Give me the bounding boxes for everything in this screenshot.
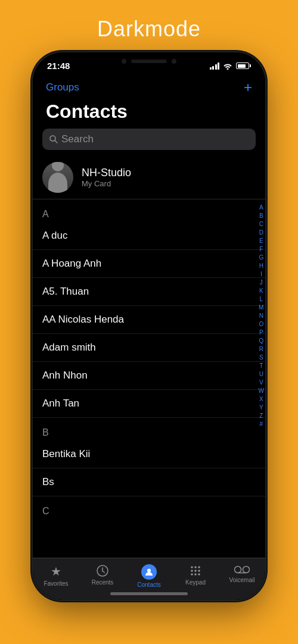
tab-contacts[interactable]: Contacts: [131, 564, 167, 588]
status-time: 21:48: [47, 61, 70, 71]
contact-name: Anh Tan: [42, 398, 79, 409]
svg-line-1: [55, 140, 57, 143]
section-header-c: C: [33, 496, 265, 519]
svg-point-11: [198, 570, 200, 572]
tab-favorites[interactable]: ★ Favorites: [38, 564, 74, 587]
avatar: [42, 162, 73, 193]
svg-point-14: [198, 573, 200, 576]
recents-icon: [96, 564, 109, 577]
person-circle-icon: [141, 564, 157, 580]
list-item[interactable]: A5. Thuan: [33, 278, 265, 306]
svg-point-15: [235, 567, 241, 573]
svg-point-9: [191, 570, 193, 572]
tab-label-favorites: Favorites: [44, 580, 68, 587]
contacts-heading: Contacts: [46, 101, 252, 123]
svg-point-8: [198, 566, 200, 568]
tab-label-contacts: Contacts: [137, 582, 160, 588]
list-item[interactable]: Anh Nhon: [33, 362, 265, 390]
my-card-label: My Card: [82, 179, 131, 188]
list-item[interactable]: Adam smith: [33, 334, 265, 362]
alphabet-index: A B C D E F G H I J K L M N O P Q: [259, 204, 264, 428]
list-item[interactable]: A Hoang Anh: [33, 250, 265, 278]
wifi-icon: [223, 62, 232, 70]
svg-point-7: [194, 566, 197, 568]
svg-point-16: [243, 567, 250, 573]
tab-label-keypad: Keypad: [185, 579, 206, 586]
tab-voicemail[interactable]: Voicemail: [224, 564, 260, 583]
add-contact-button[interactable]: +: [244, 79, 252, 96]
nav-header: Groups +: [33, 74, 265, 98]
section-header-b: B: [33, 418, 265, 440]
my-card[interactable]: NH-Studio My Card: [33, 156, 265, 199]
status-icons: [210, 62, 252, 70]
home-indicator: [110, 592, 188, 595]
search-placeholder: Search: [61, 133, 94, 145]
tab-recents[interactable]: Recents: [85, 564, 120, 586]
list-item[interactable]: Bentika Kii: [33, 440, 265, 468]
battery-icon: [236, 62, 251, 69]
contact-name: A duc: [42, 230, 68, 242]
contact-name: Bs: [42, 476, 54, 488]
svg-point-13: [194, 573, 197, 576]
favorites-icon: ★: [51, 564, 61, 579]
notch: [101, 52, 197, 70]
my-card-name: NH-Studio: [82, 167, 131, 179]
list-item[interactable]: Anh Tan: [33, 390, 265, 418]
groups-button[interactable]: Groups: [46, 82, 79, 93]
contact-name: Bentika Kii: [42, 448, 90, 460]
svg-point-5: [147, 569, 151, 573]
section-header-a: A: [33, 199, 265, 222]
contact-name: Anh Nhon: [42, 370, 88, 382]
list-item[interactable]: A duc: [33, 222, 265, 250]
contacts-list: NH-Studio My Card A A duc A Hoang Anh A5…: [33, 156, 265, 558]
phone-frame: 21:48 Groups +: [33, 52, 265, 600]
keypad-icon: [189, 564, 202, 577]
svg-point-12: [191, 573, 193, 576]
tab-keypad[interactable]: Keypad: [178, 564, 213, 586]
svg-point-10: [194, 570, 197, 572]
search-icon: [49, 135, 58, 143]
list-item[interactable]: Bs: [33, 468, 265, 496]
page-title: Darkmode: [97, 17, 201, 42]
search-bar[interactable]: Search: [42, 129, 256, 150]
tab-label-voicemail: Voicemail: [229, 577, 255, 583]
contact-name: A5. Thuan: [42, 286, 89, 298]
signal-icon: [210, 62, 220, 70]
svg-line-4: [103, 571, 105, 573]
contact-name: A Hoang Anh: [42, 258, 101, 270]
list-item[interactable]: AA Nicolas Henda: [33, 306, 265, 334]
svg-point-6: [191, 566, 193, 568]
contact-name: Adam smith: [42, 342, 96, 354]
contact-name: AA Nicolas Henda: [42, 314, 124, 326]
tab-label-recents: Recents: [92, 579, 114, 586]
voicemail-icon: [234, 564, 250, 575]
